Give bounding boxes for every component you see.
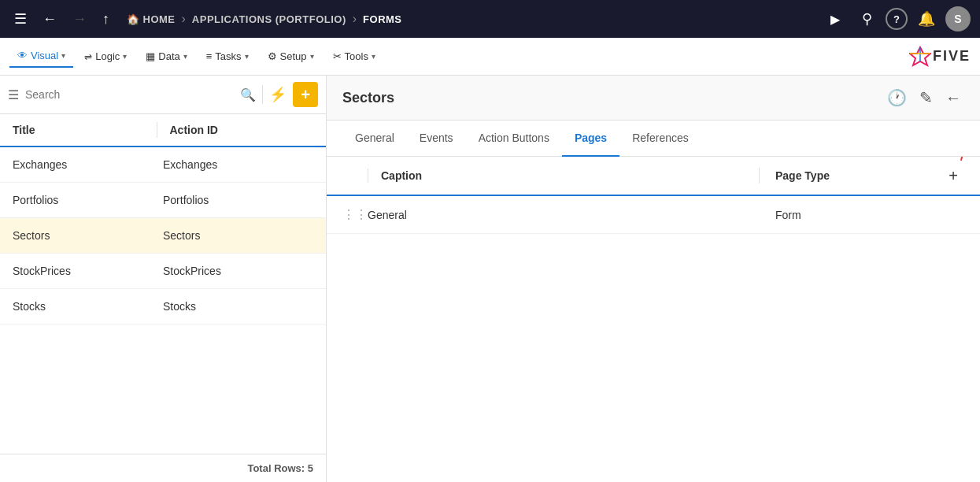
visual-label: Visual: [31, 50, 58, 61]
toolbar-data[interactable]: ▦ Data ▾: [138, 46, 194, 67]
five-logo-text: FIVE: [933, 48, 971, 65]
left-panel: ☰ 🔍 ⚡ + Title Action ID Exchanges Exchan…: [0, 76, 327, 482]
top-nav-bar: ☰ ← → ↑ 🏠 HOME › APPLICATIONS (PORTFOLIO…: [0, 0, 980, 38]
table-header: Title Action ID: [0, 114, 326, 147]
toolbar-tools[interactable]: ✂ Tools ▾: [325, 46, 383, 67]
tab-events[interactable]: Events: [407, 120, 466, 157]
left-footer: Total Rows: 5: [0, 454, 326, 482]
right-header-actions: 🕐 ✎ ←: [884, 85, 964, 110]
col-divider: [157, 122, 157, 138]
tools-chevron: ▾: [372, 52, 375, 61]
inner-row-caption: General: [368, 209, 775, 221]
right-panel: Sectors 🕐 ✎ ← General Events Action Butt…: [327, 76, 980, 482]
add-row-button[interactable]: +: [942, 165, 964, 187]
add-col-header: + ↗: [933, 165, 964, 187]
data-table: Exchanges Exchanges Portfolios Portfolio…: [0, 147, 326, 454]
search-divider: [262, 85, 263, 104]
close-icon[interactable]: ←: [942, 86, 964, 110]
tasks-icon: ≡: [206, 50, 213, 62]
toolbar: 👁 Visual ▾ ⇌ Logic ▾ ▦ Data ▾ ≡ Tasks ▾ …: [0, 38, 980, 76]
tools-label: Tools: [345, 50, 368, 62]
breadcrumb-sep-2: ›: [353, 12, 357, 26]
total-rows-label: Total Rows: 5: [247, 462, 313, 474]
toolbar-tasks[interactable]: ≡ Tasks ▾: [198, 46, 257, 67]
row-title: Portfolios: [13, 194, 163, 206]
inner-table-row[interactable]: ⋮⋮ General Form: [327, 196, 980, 234]
logic-icon: ⇌: [84, 51, 92, 62]
applications-breadcrumb[interactable]: APPLICATIONS (PORTFOLIO): [192, 13, 346, 25]
right-content: Caption Page Type + ↗ ⋮⋮ General Form: [327, 157, 980, 482]
tab-general[interactable]: General: [342, 120, 407, 157]
tasks-chevron: ▾: [245, 52, 249, 61]
back-button[interactable]: ←: [38, 8, 61, 31]
table-row-selected[interactable]: Sectors Sectors: [0, 218, 326, 254]
tools-icon: ✂: [333, 50, 342, 62]
search-bar: ☰ 🔍 ⚡ +: [0, 76, 326, 114]
toolbar-setup[interactable]: ⚙ Setup ▾: [260, 46, 322, 67]
row-action: StockPrices: [163, 265, 313, 277]
notification-icon[interactable]: 🔔: [914, 6, 939, 32]
inner-table-header: Caption Page Type + ↗: [327, 157, 980, 196]
drag-handle-icon[interactable]: ⋮⋮: [342, 207, 368, 222]
inner-row-pagetype: Form: [775, 209, 933, 221]
search-icon[interactable]: 🔍: [240, 87, 256, 102]
row-title: StockPrices: [13, 265, 163, 277]
visual-chevron: ▾: [61, 51, 65, 60]
edit-icon[interactable]: ✎: [916, 85, 936, 110]
setup-icon: ⚙: [268, 50, 277, 62]
flash-icon[interactable]: ⚡: [269, 86, 287, 103]
table-row[interactable]: Stocks Stocks: [0, 289, 326, 324]
search-wrapper: 🔍: [25, 87, 256, 102]
right-panel-title: Sectors: [342, 90, 394, 106]
row-title: Exchanges: [13, 158, 163, 171]
tabs-bar: General Events Action Buttons Pages Refe…: [327, 120, 980, 157]
play-icon[interactable]: ▶: [823, 6, 848, 32]
col-title-header: Title: [13, 124, 157, 136]
setup-chevron: ▾: [310, 52, 314, 61]
logic-chevron: ▾: [123, 52, 127, 61]
five-logo-icon: [909, 46, 931, 68]
tab-references[interactable]: References: [619, 120, 701, 157]
forms-breadcrumb[interactable]: FORMS: [363, 13, 401, 25]
tasks-label: Tasks: [215, 50, 241, 62]
data-chevron: ▾: [183, 52, 187, 61]
caption-col-header: Caption: [368, 169, 759, 183]
main-layout: ☰ 🔍 ⚡ + Title Action ID Exchanges Exchan…: [0, 76, 980, 482]
pagetype-col-label: Page Type: [775, 169, 830, 182]
filter-icon[interactable]: ☰: [8, 87, 19, 102]
data-icon: ▦: [146, 50, 155, 62]
row-title: Sectors: [13, 229, 163, 242]
right-header: Sectors 🕐 ✎ ←: [327, 76, 980, 120]
forward-button[interactable]: →: [68, 8, 91, 31]
home-breadcrumb[interactable]: 🏠 HOME: [127, 13, 176, 25]
toolbar-logic[interactable]: ⇌ Logic ▾: [76, 46, 135, 67]
data-label: Data: [158, 50, 179, 62]
tab-pages[interactable]: Pages: [562, 120, 619, 157]
table-row[interactable]: Portfolios Portfolios: [0, 183, 326, 218]
top-right-icons: ▶ ⚲ ? 🔔 S: [823, 6, 971, 32]
table-row[interactable]: Exchanges Exchanges: [0, 147, 326, 183]
search-input[interactable]: [25, 88, 235, 101]
user-avatar[interactable]: S: [945, 6, 971, 32]
help-icon[interactable]: ?: [886, 8, 908, 30]
add-button[interactable]: +: [293, 82, 318, 107]
menu-icon[interactable]: ☰: [9, 7, 31, 31]
toolbar-visual[interactable]: 👁 Visual ▾: [9, 45, 73, 68]
setup-label: Setup: [280, 50, 307, 62]
history-icon[interactable]: 🕐: [884, 85, 910, 110]
visual-icon: 👁: [17, 50, 28, 61]
row-action: Sectors: [163, 229, 313, 242]
search-top-icon[interactable]: ⚲: [854, 6, 879, 32]
row-action: Stocks: [163, 300, 313, 313]
caption-col-label: Caption: [381, 169, 422, 182]
pagetype-col-header: Page Type: [775, 169, 933, 182]
breadcrumb-sep-1: ›: [182, 12, 186, 26]
up-button[interactable]: ↑: [98, 8, 114, 31]
breadcrumb: 🏠 HOME › APPLICATIONS (PORTFOLIO) › FORM…: [127, 12, 816, 26]
row-action: Portfolios: [163, 194, 313, 206]
inner-divider-col: [759, 168, 760, 184]
tab-action-buttons[interactable]: Action Buttons: [466, 120, 562, 157]
caption-col-divider-left: [368, 169, 368, 183]
five-logo: FIVE: [909, 46, 971, 68]
table-row[interactable]: StockPrices StockPrices: [0, 254, 326, 289]
